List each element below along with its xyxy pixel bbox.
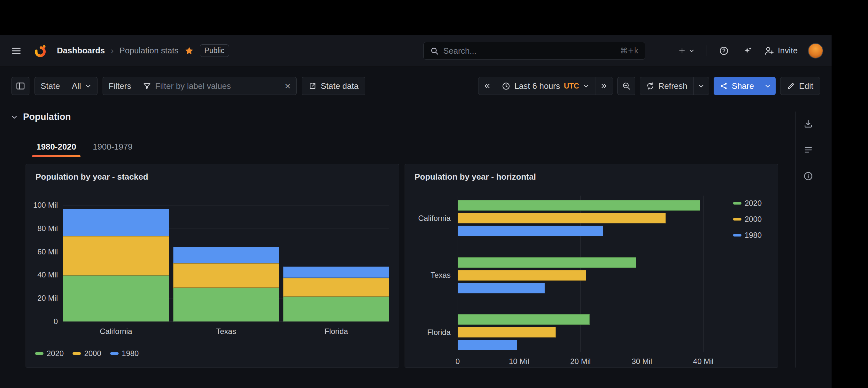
state-variable-value[interactable]: All — [66, 77, 97, 95]
grafana-logo[interactable] — [31, 42, 49, 60]
filter-input-wrap[interactable]: × — [137, 77, 297, 95]
x-axis-line — [63, 322, 389, 322]
tab-label: 1900-1979 — [93, 142, 132, 152]
angle-double-right-icon — [600, 82, 608, 90]
edit-button[interactable]: Edit — [780, 77, 820, 95]
time-range-picker[interactable]: Last 6 hours UTC — [496, 77, 595, 95]
refresh-button[interactable]: Refresh — [640, 77, 693, 95]
user-avatar[interactable] — [808, 43, 823, 59]
row-collapse-chevron-icon[interactable] — [10, 113, 19, 121]
help-button[interactable] — [717, 44, 731, 58]
legend-color-pill — [72, 352, 81, 355]
ai-assistant-button[interactable] — [741, 44, 754, 58]
bar-segment-2020 — [283, 297, 389, 322]
time-shift-back-button[interactable] — [478, 77, 496, 95]
time-controls: Last 6 hours UTC — [478, 77, 613, 95]
time-shift-forward-button[interactable] — [595, 77, 613, 95]
search-box[interactable]: ⌘+k — [424, 42, 645, 60]
search-input[interactable] — [443, 46, 616, 56]
y-axis-tick: 0 — [26, 317, 58, 326]
hamburger-icon — [11, 46, 22, 56]
bar-segment-1980 — [63, 209, 169, 236]
invite-button[interactable]: Invite — [765, 46, 798, 56]
chevron-down-icon — [85, 83, 91, 89]
favorite-star-icon[interactable] — [184, 46, 194, 56]
legend-item[interactable]: 1980 — [110, 349, 139, 358]
row-title[interactable]: Population — [23, 112, 71, 122]
gridline — [63, 205, 389, 206]
legend-label: 2000 — [84, 349, 101, 358]
category-label: California — [63, 327, 169, 336]
legend-label: 1980 — [122, 349, 139, 358]
category-label: Florida — [283, 327, 389, 336]
x-axis-tick: 0 — [432, 357, 483, 366]
legend-item[interactable]: 2020 — [733, 199, 762, 208]
legend-color-pill — [35, 352, 43, 355]
breadcrumb-dashboards[interactable]: Dashboards — [57, 46, 105, 56]
category-label: California — [405, 213, 451, 223]
nav-right: Invite — [676, 35, 823, 66]
clear-filter-icon[interactable]: × — [285, 81, 291, 91]
bar-2020 — [458, 314, 590, 325]
legend-item[interactable]: 2020 — [35, 349, 64, 358]
top-nav: Dashboards › Population stats Public ⌘+k — [0, 35, 832, 67]
legend-color-pill — [110, 352, 119, 355]
bar-segment-1980 — [173, 247, 279, 263]
y-axis-tick: 40 Mil — [26, 270, 58, 280]
legend-label: 2020 — [46, 349, 64, 358]
panel-title-horizontal[interactable]: Population by year - horizontal — [414, 172, 536, 182]
chevron-down-icon — [689, 48, 694, 54]
sidebar-toggle-icon — [16, 81, 25, 91]
zoom-out-button[interactable] — [617, 77, 636, 95]
search-icon — [430, 47, 439, 55]
user-plus-icon — [765, 46, 774, 56]
share-button[interactable]: Share — [714, 77, 760, 95]
tab-1980-2020[interactable]: 1980-2020 — [30, 137, 83, 157]
breadcrumb-separator: › — [111, 46, 114, 56]
legend-item[interactable]: 1980 — [733, 231, 762, 240]
stacked-chart: 020 Mil40 Mil60 Mil80 Mil100 MilCaliforn… — [26, 164, 399, 367]
bar-segment-2000 — [63, 236, 169, 275]
export-button[interactable] — [801, 116, 816, 131]
chevron-down-icon — [583, 83, 589, 89]
legend-label: 1980 — [745, 231, 762, 240]
panel-title-stacked[interactable]: Population by year - stacked — [35, 172, 148, 182]
bar-2020 — [458, 257, 636, 268]
bar-2000 — [458, 213, 666, 223]
filters-label: Filters — [102, 77, 137, 95]
tab-label: 1980-2020 — [36, 142, 76, 152]
state-variable-control: State All — [34, 77, 97, 95]
x-axis-tick: 30 Mil — [616, 357, 667, 366]
dashboard-tabs: 1980-2020 1900-1979 — [30, 137, 139, 157]
x-axis-tick: 40 Mil — [678, 357, 729, 366]
bar-2000 — [458, 327, 556, 337]
state-variable-selected: All — [72, 81, 81, 91]
breadcrumb: Dashboards › Population stats Public — [57, 44, 229, 57]
timezone-label: UTC — [564, 82, 579, 90]
funnel-icon — [143, 82, 151, 90]
state-variable-label: State — [34, 77, 66, 95]
info-button[interactable] — [801, 169, 816, 184]
bar-segment-1980 — [283, 267, 389, 278]
nav-divider — [707, 46, 707, 56]
bar-1980 — [458, 283, 545, 293]
panel-toggle-button[interactable] — [11, 77, 29, 95]
refresh-icon — [646, 82, 654, 90]
legend-item[interactable]: 2000 — [72, 349, 101, 358]
add-new-button[interactable] — [676, 45, 696, 57]
tab-1900-1979[interactable]: 1900-1979 — [86, 137, 139, 157]
nav-left: Dashboards › Population stats Public — [9, 42, 229, 60]
share-dropdown[interactable] — [760, 77, 776, 95]
refresh-interval-dropdown[interactable] — [693, 77, 709, 95]
breadcrumb-current: Population stats — [120, 46, 179, 56]
list-view-button[interactable] — [801, 142, 816, 157]
state-data-button[interactable]: State data — [302, 77, 365, 95]
legend-item[interactable]: 2000 — [733, 215, 762, 224]
toolbar-right: Last 6 hours UTC Refresh — [478, 77, 820, 95]
filter-input[interactable] — [155, 81, 281, 91]
chart-legend: 202020001980 — [733, 199, 762, 240]
time-range-label: Last 6 hours — [514, 81, 560, 91]
edit-label: Edit — [799, 81, 813, 91]
angle-double-left-icon — [483, 82, 491, 90]
menu-toggle-button[interactable] — [9, 43, 24, 58]
